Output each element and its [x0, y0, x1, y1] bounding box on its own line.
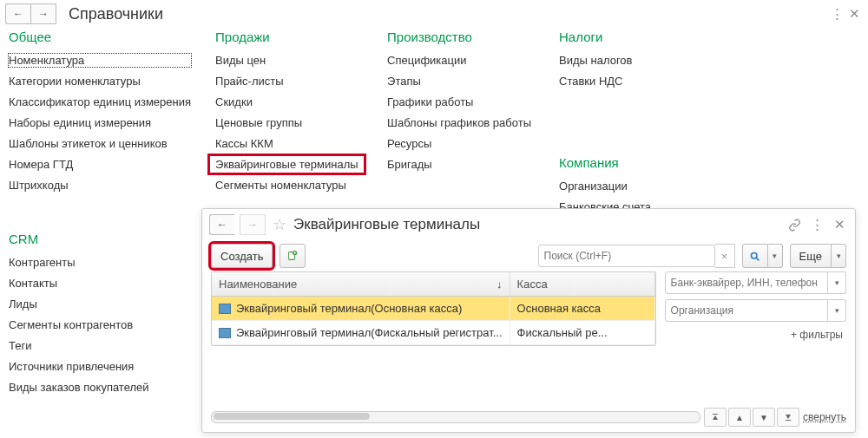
- link-lidy[interactable]: Лиды: [9, 297, 191, 311]
- svg-rect-4: [786, 420, 791, 421]
- link-klassifikator[interactable]: Классификатор единиц измерения: [9, 95, 191, 108]
- search-button[interactable]: [742, 244, 768, 268]
- terminals-subwindow: ← → ☆ Эквайринговые терминалы ⋮ ✕ Создат…: [201, 208, 856, 433]
- col-header-crm: CRM: [9, 232, 191, 246]
- clear-search-button[interactable]: ×: [715, 244, 735, 268]
- link-skidki[interactable]: Скидки: [215, 95, 363, 108]
- link-icon[interactable]: [786, 216, 803, 233]
- table-row[interactable]: Эквайринговый терминал(Фискальный регист…: [212, 321, 655, 345]
- link-segmenty[interactable]: Сегменты контрагентов: [9, 318, 191, 331]
- search-dropdown[interactable]: ▾: [768, 244, 783, 268]
- copy-button[interactable]: [279, 244, 306, 268]
- page-up-button[interactable]: ▲: [728, 408, 751, 427]
- col-header-general: Общее: [9, 29, 191, 44]
- nav-back-button[interactable]: ←: [5, 3, 30, 24]
- link-nomenklatura[interactable]: Номенклатура: [9, 54, 191, 67]
- org-filter-dropdown[interactable]: ▾: [828, 299, 846, 322]
- collapse-link[interactable]: свернуть: [803, 411, 846, 423]
- bank-filter-dropdown[interactable]: ▾: [828, 271, 846, 294]
- page-last-button[interactable]: [777, 408, 799, 427]
- terminals-table: Наименование↓ Касса Эквайринговый термин…: [211, 271, 656, 346]
- more-dropdown[interactable]: ▾: [832, 244, 846, 268]
- link-tegi[interactable]: Теги: [9, 339, 191, 352]
- link-organizacii[interactable]: Организации: [559, 180, 707, 193]
- page-first-button[interactable]: [704, 408, 727, 427]
- h-scrollbar[interactable]: [211, 411, 700, 423]
- create-button[interactable]: Создать: [211, 244, 273, 268]
- link-shablony-graf[interactable]: Шаблоны графиков работы: [387, 116, 535, 129]
- item-icon: [219, 328, 231, 338]
- link-resursy[interactable]: Ресурсы: [387, 137, 535, 150]
- sub-nav-forward-button[interactable]: →: [240, 214, 266, 235]
- sub-kebab-icon[interactable]: ⋮: [808, 216, 825, 233]
- more-button[interactable]: Еще: [790, 244, 832, 268]
- favorite-star-icon[interactable]: ☆: [273, 215, 286, 234]
- page-title: Справочники: [69, 5, 828, 23]
- kebab-icon[interactable]: ⋮: [828, 5, 845, 23]
- link-istochniki[interactable]: Источники привлечения: [9, 360, 191, 373]
- link-spec[interactable]: Спецификации: [387, 54, 535, 67]
- link-etapy[interactable]: Этапы: [387, 75, 535, 88]
- link-vidy-zakazov[interactable]: Виды заказов покупателей: [9, 381, 191, 394]
- link-grafiki[interactable]: Графики работы: [387, 95, 535, 108]
- close-icon[interactable]: ✕: [845, 5, 863, 23]
- sub-close-icon[interactable]: ✕: [831, 216, 848, 233]
- page-down-button[interactable]: ▼: [753, 408, 775, 427]
- col-header-sales: Продажи: [215, 29, 363, 44]
- svg-rect-3: [713, 414, 718, 415]
- link-gtd[interactable]: Номера ГТД: [9, 158, 191, 171]
- org-filter-input[interactable]: [665, 299, 828, 322]
- item-icon: [219, 304, 231, 314]
- link-cenovye[interactable]: Ценовые группы: [215, 116, 363, 129]
- link-segmenty-nom[interactable]: Сегменты номенклатуры: [215, 179, 363, 192]
- col-kassa-header[interactable]: Касса: [510, 272, 655, 296]
- sub-nav-back-button[interactable]: ←: [209, 214, 234, 235]
- table-row[interactable]: Эквайринговый терминал(Основная касса) О…: [212, 297, 655, 321]
- link-acquiring-terminals[interactable]: Эквайринговые терминалы: [215, 158, 363, 171]
- link-kategorii[interactable]: Категории номенклатуры: [9, 75, 191, 88]
- link-stavki-nds[interactable]: Ставки НДС: [559, 75, 707, 88]
- search-input[interactable]: [538, 245, 715, 267]
- col-header-taxes: Налоги: [559, 29, 707, 44]
- bank-filter-input[interactable]: [665, 271, 828, 294]
- link-nabory[interactable]: Наборы единиц измерения: [9, 116, 191, 129]
- link-kassy[interactable]: Кассы ККМ: [215, 137, 363, 150]
- nav-forward-button[interactable]: →: [30, 3, 56, 24]
- link-shtrih[interactable]: Штрихкоды: [9, 179, 191, 192]
- col-header-prod: Производство: [387, 29, 535, 44]
- col-header-company: Компания: [559, 155, 707, 170]
- svg-point-2: [751, 252, 757, 258]
- link-shablony[interactable]: Шаблоны этикеток и ценников: [9, 137, 191, 150]
- more-filters-link[interactable]: + фильтры: [665, 329, 843, 341]
- link-vidy-nalogov[interactable]: Виды налогов: [559, 54, 707, 67]
- link-prays[interactable]: Прайс-листы: [215, 75, 363, 88]
- link-vidy-cen[interactable]: Виды цен: [215, 54, 363, 67]
- link-kontragenty[interactable]: Контрагенты: [9, 256, 191, 269]
- link-brigady[interactable]: Бригады: [387, 158, 535, 171]
- subwindow-title: Эквайринговые терминалы: [293, 216, 780, 233]
- link-kontakty[interactable]: Контакты: [9, 277, 191, 290]
- sort-down-icon: ↓: [496, 278, 503, 291]
- col-name-header[interactable]: Наименование↓: [212, 272, 510, 296]
